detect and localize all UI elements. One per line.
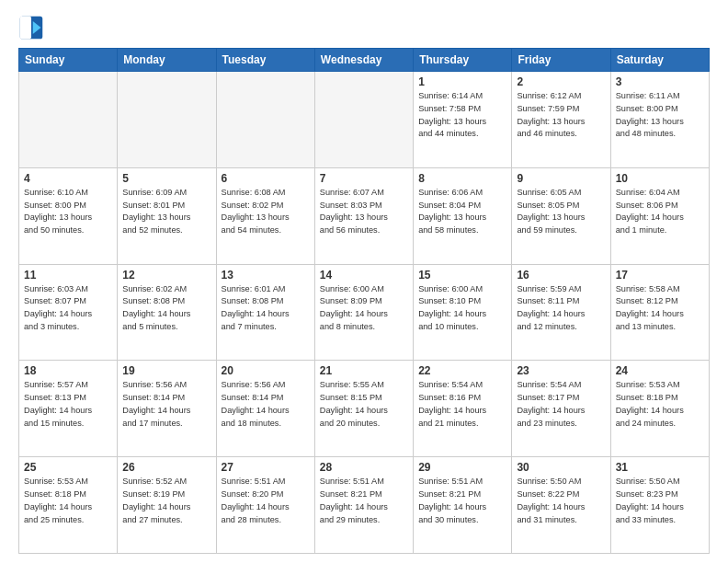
day-info: Sunrise: 6:01 AMSunset: 8:08 PMDaylight:…: [222, 283, 310, 334]
day-info: Sunrise: 6:05 AMSunset: 8:05 PMDaylight:…: [517, 187, 605, 237]
calendar-cell: 6Sunrise: 6:08 AMSunset: 8:02 PMDaylight…: [216, 167, 314, 264]
day-info: Sunrise: 5:50 AMSunset: 8:22 PMDaylight:…: [517, 476, 605, 526]
day-info: Sunrise: 6:03 AMSunset: 8:07 PMDaylight:…: [24, 283, 112, 334]
day-info: Sunrise: 5:56 AMSunset: 8:14 PMDaylight:…: [122, 379, 210, 430]
day-number: 29: [418, 461, 506, 474]
day-number: 28: [320, 461, 408, 474]
day-number: 15: [418, 269, 506, 282]
calendar-cell: [19, 72, 118, 168]
day-info: Sunrise: 5:50 AMSunset: 8:23 PMDaylight:…: [616, 476, 704, 526]
day-number: 25: [24, 461, 112, 474]
day-info: Sunrise: 5:53 AMSunset: 8:18 PMDaylight:…: [616, 379, 704, 430]
weekday-header-thursday: Thursday: [414, 49, 512, 72]
day-info: Sunrise: 5:59 AMSunset: 8:11 PMDaylight:…: [517, 283, 605, 334]
day-number: 19: [122, 364, 210, 377]
calendar-cell: [314, 72, 413, 168]
calendar-cell: 18Sunrise: 5:57 AMSunset: 8:13 PMDayligh…: [19, 361, 118, 457]
day-number: 12: [122, 269, 210, 282]
calendar-cell: 10Sunrise: 6:04 AMSunset: 8:06 PMDayligh…: [610, 167, 709, 264]
day-info: Sunrise: 5:56 AMSunset: 8:14 PMDaylight:…: [222, 379, 310, 430]
calendar-cell: 26Sunrise: 5:52 AMSunset: 8:19 PMDayligh…: [118, 457, 216, 554]
day-info: Sunrise: 5:54 AMSunset: 8:16 PMDaylight:…: [418, 379, 506, 430]
day-number: 4: [24, 172, 112, 185]
calendar-cell: 24Sunrise: 5:53 AMSunset: 8:18 PMDayligh…: [610, 361, 709, 457]
logo: [18, 15, 48, 40]
day-number: 17: [616, 269, 704, 282]
calendar-cell: 27Sunrise: 5:51 AMSunset: 8:20 PMDayligh…: [216, 457, 314, 554]
calendar-cell: 23Sunrise: 5:54 AMSunset: 8:17 PMDayligh…: [512, 361, 610, 457]
calendar-cell: 30Sunrise: 5:50 AMSunset: 8:22 PMDayligh…: [512, 457, 610, 554]
calendar-cell: 12Sunrise: 6:02 AMSunset: 8:08 PMDayligh…: [118, 264, 216, 361]
calendar-cell: 25Sunrise: 5:53 AMSunset: 8:18 PMDayligh…: [19, 457, 118, 554]
calendar-cell: 14Sunrise: 6:00 AMSunset: 8:09 PMDayligh…: [314, 264, 413, 361]
calendar-cell: 17Sunrise: 5:58 AMSunset: 8:12 PMDayligh…: [610, 264, 709, 361]
day-number: 13: [222, 269, 310, 282]
day-info: Sunrise: 5:52 AMSunset: 8:19 PMDaylight:…: [122, 476, 210, 526]
day-info: Sunrise: 6:00 AMSunset: 8:10 PMDaylight:…: [418, 283, 506, 334]
weekday-header-saturday: Saturday: [610, 49, 709, 72]
calendar-cell: 13Sunrise: 6:01 AMSunset: 8:08 PMDayligh…: [216, 264, 314, 361]
day-info: Sunrise: 5:51 AMSunset: 8:20 PMDaylight:…: [222, 476, 310, 526]
calendar-cell: 7Sunrise: 6:07 AMSunset: 8:03 PMDaylight…: [314, 167, 413, 264]
day-number: 9: [517, 172, 605, 185]
day-info: Sunrise: 5:58 AMSunset: 8:12 PMDaylight:…: [616, 283, 704, 334]
calendar-cell: [216, 72, 314, 168]
day-number: 20: [222, 364, 310, 377]
day-info: Sunrise: 6:07 AMSunset: 8:03 PMDaylight:…: [320, 187, 408, 237]
day-number: 21: [320, 364, 408, 377]
page: SundayMondayTuesdayWednesdayThursdayFrid…: [0, 0, 728, 563]
calendar-cell: 11Sunrise: 6:03 AMSunset: 8:07 PMDayligh…: [19, 264, 118, 361]
day-number: 14: [320, 269, 408, 282]
weekday-header-tuesday: Tuesday: [216, 49, 314, 72]
day-info: Sunrise: 6:02 AMSunset: 8:08 PMDaylight:…: [122, 283, 210, 334]
day-number: 2: [517, 75, 605, 88]
day-number: 27: [222, 461, 310, 474]
day-number: 16: [517, 269, 605, 282]
calendar-cell: 15Sunrise: 6:00 AMSunset: 8:10 PMDayligh…: [414, 264, 512, 361]
day-info: Sunrise: 5:51 AMSunset: 8:21 PMDaylight:…: [320, 476, 408, 526]
weekday-header-monday: Monday: [118, 49, 216, 72]
day-number: 18: [24, 364, 112, 377]
day-info: Sunrise: 6:12 AMSunset: 7:59 PMDaylight:…: [517, 90, 605, 141]
day-info: Sunrise: 6:08 AMSunset: 8:02 PMDaylight:…: [222, 187, 310, 237]
day-info: Sunrise: 6:00 AMSunset: 8:09 PMDaylight:…: [320, 283, 408, 334]
day-number: 23: [517, 364, 605, 377]
weekday-header-wednesday: Wednesday: [314, 49, 413, 72]
day-info: Sunrise: 6:14 AMSunset: 7:58 PMDaylight:…: [418, 90, 506, 141]
day-info: Sunrise: 6:04 AMSunset: 8:06 PMDaylight:…: [616, 187, 704, 237]
day-info: Sunrise: 5:55 AMSunset: 8:15 PMDaylight:…: [320, 379, 408, 430]
day-number: 1: [418, 75, 506, 88]
day-number: 6: [222, 172, 310, 185]
calendar-cell: 1Sunrise: 6:14 AMSunset: 7:58 PMDaylight…: [414, 72, 512, 168]
day-info: Sunrise: 5:57 AMSunset: 8:13 PMDaylight:…: [24, 379, 112, 430]
day-number: 26: [122, 461, 210, 474]
calendar-cell: 29Sunrise: 5:51 AMSunset: 8:21 PMDayligh…: [414, 457, 512, 554]
calendar-cell: 3Sunrise: 6:11 AMSunset: 8:00 PMDaylight…: [610, 72, 709, 168]
calendar-cell: 19Sunrise: 5:56 AMSunset: 8:14 PMDayligh…: [118, 361, 216, 457]
day-info: Sunrise: 5:53 AMSunset: 8:18 PMDaylight:…: [24, 476, 112, 526]
day-number: 7: [320, 172, 408, 185]
day-info: Sunrise: 6:11 AMSunset: 8:00 PMDaylight:…: [616, 90, 704, 141]
day-number: 31: [616, 461, 704, 474]
calendar-cell: 5Sunrise: 6:09 AMSunset: 8:01 PMDaylight…: [118, 167, 216, 264]
svg-rect-2: [20, 17, 31, 40]
calendar-cell: 31Sunrise: 5:50 AMSunset: 8:23 PMDayligh…: [610, 457, 709, 554]
day-number: 24: [616, 364, 704, 377]
calendar-cell: 16Sunrise: 5:59 AMSunset: 8:11 PMDayligh…: [512, 264, 610, 361]
day-number: 8: [418, 172, 506, 185]
weekday-header-friday: Friday: [512, 49, 610, 72]
calendar-cell: 28Sunrise: 5:51 AMSunset: 8:21 PMDayligh…: [314, 457, 413, 554]
day-info: Sunrise: 5:54 AMSunset: 8:17 PMDaylight:…: [517, 379, 605, 430]
calendar-cell: 21Sunrise: 5:55 AMSunset: 8:15 PMDayligh…: [314, 361, 413, 457]
calendar-table: SundayMondayTuesdayWednesdayThursdayFrid…: [18, 48, 710, 554]
logo-icon: [18, 15, 44, 40]
calendar-cell: [118, 72, 216, 168]
day-number: 10: [616, 172, 704, 185]
calendar-cell: 8Sunrise: 6:06 AMSunset: 8:04 PMDaylight…: [414, 167, 512, 264]
day-number: 22: [418, 364, 506, 377]
day-number: 3: [616, 75, 704, 88]
day-number: 5: [122, 172, 210, 185]
header: [18, 15, 710, 40]
calendar-cell: 20Sunrise: 5:56 AMSunset: 8:14 PMDayligh…: [216, 361, 314, 457]
day-info: Sunrise: 5:51 AMSunset: 8:21 PMDaylight:…: [418, 476, 506, 526]
